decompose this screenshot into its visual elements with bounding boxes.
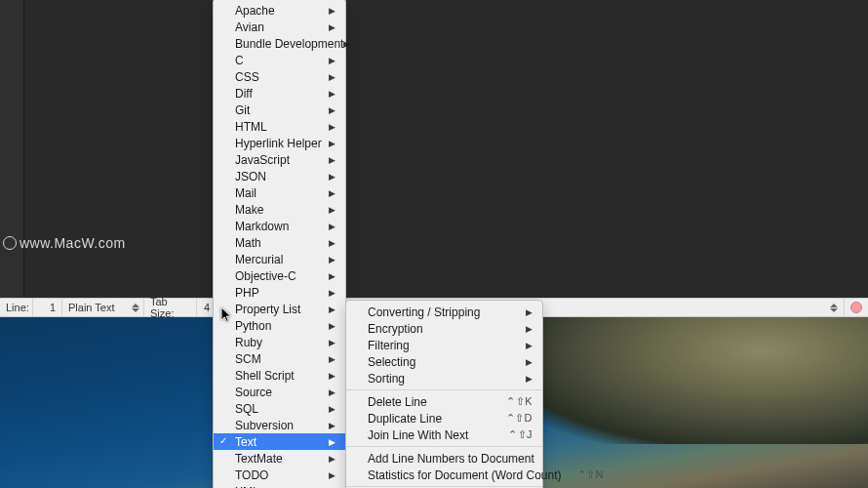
submenu-arrow-icon: ▶ (329, 104, 335, 114)
menu-item-label: Selecting (368, 355, 415, 369)
chevron-up-icon (830, 304, 838, 307)
menu-item-label: JSON (235, 170, 266, 183)
bundles-menu-item[interactable]: Diff▶ (214, 85, 345, 102)
text-menu-item[interactable]: Encryption▶ (346, 320, 542, 337)
text-menu-item[interactable]: Join Line With Next⌃⇧J (346, 427, 542, 443)
submenu-arrow-icon: ▶ (329, 353, 335, 363)
line-value[interactable]: 1 (33, 299, 62, 316)
menu-item-label: JavaScript (235, 153, 290, 167)
text-menu-item[interactable]: Add Line Numbers to Document (346, 450, 542, 467)
menu-item-label: CSS (235, 70, 259, 84)
text-menu-item[interactable]: Converting / Stripping▶ (346, 304, 542, 320)
bundles-menu-item[interactable]: Source▶ (214, 384, 345, 400)
submenu-arrow-icon: ▶ (329, 254, 335, 264)
submenu-arrow-icon: ▶ (343, 38, 350, 48)
text-menu-item[interactable]: Filtering▶ (346, 337, 542, 353)
menu-shortcut: ⌃⇧D (491, 412, 533, 425)
bundles-menu-item[interactable]: Objective-C▶ (214, 267, 345, 284)
bundles-menu-item[interactable]: HTML▶ (214, 118, 345, 135)
bundles-menu-item[interactable]: Property List▶ (214, 301, 345, 317)
menu-item-label: Subversion (235, 419, 294, 432)
wallpaper-rock (517, 317, 868, 444)
globe-icon (3, 236, 17, 250)
bundles-menu[interactable]: Apache▶Avian▶Bundle Development▶C▶CSS▶Di… (213, 0, 346, 488)
submenu-arrow-icon: ▶ (329, 88, 335, 98)
bundles-menu-item[interactable]: Markdown▶ (214, 218, 345, 234)
check-icon: ✓ (219, 435, 227, 446)
menu-item-label: Apache (235, 4, 275, 18)
menu-item-label: PHP (235, 286, 259, 300)
bundles-menu-item[interactable]: Shell Script▶ (214, 367, 345, 384)
bundles-menu-item[interactable]: Avian▶ (214, 19, 345, 35)
bundles-menu-item[interactable]: Mercurial▶ (214, 251, 345, 267)
bundles-menu-item[interactable]: Mail▶ (214, 184, 345, 201)
submenu-arrow-icon: ▶ (329, 5, 335, 15)
submenu-arrow-icon: ▶ (526, 340, 533, 349)
submenu-arrow-icon: ▶ (526, 373, 533, 383)
menu-item-label: Delete Line (368, 395, 427, 409)
bundles-menu-item[interactable]: PHP▶ (214, 284, 345, 301)
submenu-arrow-icon: ▶ (526, 323, 533, 333)
submenu-arrow-icon: ▶ (329, 21, 335, 31)
submenu-arrow-icon: ▶ (329, 171, 335, 181)
bundles-menu-item[interactable]: Hyperlink Helper▶ (214, 135, 345, 151)
text-menu-item[interactable]: Delete Line⌃⇧K (346, 393, 542, 410)
bundles-menu-item[interactable]: C▶ (214, 52, 345, 68)
menu-item-label: Converting / Stripping (368, 305, 480, 319)
statusbar-stepper[interactable] (824, 299, 845, 316)
submenu-arrow-icon: ▶ (329, 469, 335, 479)
bundles-menu-item[interactable]: Ruby▶ (214, 334, 345, 350)
bundles-menu-item[interactable]: Python▶ (214, 317, 345, 334)
bundles-menu-item[interactable]: TextMate▶ (214, 450, 345, 467)
text-menu-item[interactable]: Duplicate Line⌃⇧D (346, 410, 542, 427)
text-menu-item[interactable]: Statistics for Document (Word Count)⌃⇧N (346, 467, 542, 483)
submenu-arrow-icon: ▶ (329, 187, 335, 197)
text-menu-item[interactable]: Selecting▶ (346, 353, 542, 370)
menu-item-label: Encryption (368, 322, 423, 336)
menu-item-label: Objective-C (235, 269, 296, 283)
watermark-text: www.MacW.com (20, 235, 126, 251)
bundles-menu-item[interactable]: JavaScript▶ (214, 151, 345, 168)
menu-item-label: Duplicate Line (368, 412, 442, 426)
menu-item-label: SCM (235, 352, 261, 366)
language-selector[interactable]: Plain Text (62, 299, 144, 316)
line-label: Line: (0, 299, 33, 316)
menu-item-label: Statistics for Document (Word Count) (368, 468, 562, 482)
menu-shortcut: ⌃⇧K (491, 395, 533, 408)
language-label: Plain Text (68, 302, 115, 313)
menu-item-label: Git (235, 103, 250, 117)
bundles-menu-item[interactable]: Make▶ (214, 201, 345, 218)
bundles-menu-item[interactable]: XML▶ (214, 483, 345, 488)
menu-item-label: XML (235, 485, 259, 489)
bundles-menu-item[interactable]: Git▶ (214, 102, 345, 118)
bundles-menu-item[interactable]: ✓Text▶ (214, 433, 345, 450)
bundles-menu-item[interactable]: SCM▶ (214, 350, 345, 367)
record-macro-icon[interactable] (850, 302, 862, 313)
text-submenu[interactable]: Converting / Stripping▶Encryption▶Filter… (345, 300, 543, 488)
menu-item-label: Ruby (235, 336, 262, 349)
bundles-menu-item[interactable]: Subversion▶ (214, 417, 345, 433)
bundles-menu-item[interactable]: CSS▶ (214, 68, 345, 85)
menu-item-label: Bundle Development (235, 37, 343, 51)
editor-area[interactable]: www.MacW.com (0, 0, 868, 298)
menu-item-label: Text (235, 435, 256, 449)
bundles-menu-item[interactable]: Math▶ (214, 234, 345, 251)
submenu-arrow-icon: ▶ (329, 71, 335, 81)
menu-item-label: Add Line Numbers to Document (368, 452, 534, 466)
bundles-menu-item[interactable]: SQL▶ (214, 400, 345, 417)
menu-item-label: C (235, 54, 244, 67)
menu-item-label: Math (235, 236, 261, 250)
bundles-menu-item[interactable]: TODO▶ (214, 467, 345, 483)
menu-item-label: Markdown (235, 220, 289, 233)
menu-separator (346, 446, 542, 447)
chevron-down-icon (132, 308, 139, 312)
menu-item-label: Join Line With Next (368, 428, 468, 442)
menu-item-label: Python (235, 319, 271, 333)
bundles-menu-item[interactable]: JSON▶ (214, 168, 345, 184)
submenu-arrow-icon: ▶ (526, 356, 533, 366)
bundles-menu-item[interactable]: Bundle Development▶ (214, 35, 345, 52)
menu-item-label: Mercurial (235, 253, 283, 266)
chevron-up-icon (132, 304, 139, 307)
bundles-menu-item[interactable]: Apache▶ (214, 2, 345, 19)
text-menu-item[interactable]: Sorting▶ (346, 370, 542, 386)
